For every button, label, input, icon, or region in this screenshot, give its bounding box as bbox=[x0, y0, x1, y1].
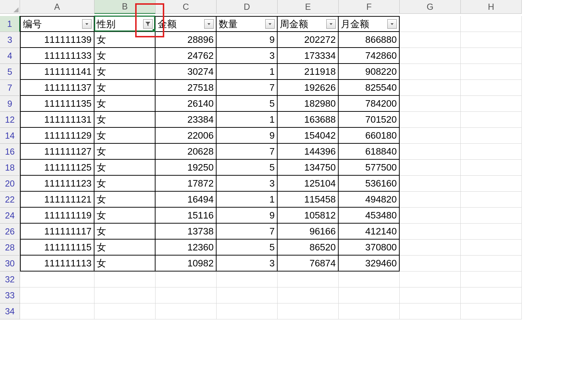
data-cell[interactable]: 86520 bbox=[278, 240, 339, 256]
data-cell[interactable]: 1 bbox=[217, 112, 278, 128]
data-cell[interactable]: 7 bbox=[217, 144, 278, 160]
data-cell[interactable]: 111111123 bbox=[20, 176, 94, 192]
data-cell[interactable]: 24762 bbox=[156, 48, 217, 64]
empty-cell[interactable] bbox=[156, 271, 217, 287]
empty-cell[interactable] bbox=[400, 64, 461, 80]
data-cell[interactable]: 女 bbox=[94, 208, 156, 224]
row-header[interactable]: 16 bbox=[0, 144, 20, 160]
data-cell[interactable]: 28896 bbox=[156, 32, 217, 48]
data-cell[interactable]: 784200 bbox=[339, 96, 400, 112]
data-cell[interactable]: 701520 bbox=[339, 112, 400, 128]
empty-cell[interactable] bbox=[461, 192, 522, 208]
empty-cell[interactable] bbox=[400, 96, 461, 112]
data-cell[interactable]: 111111129 bbox=[20, 128, 94, 144]
data-cell[interactable]: 30274 bbox=[156, 64, 217, 80]
data-cell[interactable]: 女 bbox=[94, 64, 156, 80]
row-header[interactable]: 1 bbox=[0, 16, 20, 32]
data-cell[interactable]: 111111131 bbox=[20, 112, 94, 128]
data-cell[interactable]: 5 bbox=[217, 96, 278, 112]
data-cell[interactable]: 618840 bbox=[339, 144, 400, 160]
data-cell[interactable]: 女 bbox=[94, 256, 156, 271]
empty-cell[interactable] bbox=[461, 224, 522, 240]
data-cell[interactable]: 22006 bbox=[156, 128, 217, 144]
header-cell-B[interactable]: 性别 bbox=[94, 16, 156, 32]
empty-cell[interactable] bbox=[461, 64, 522, 80]
empty-cell[interactable] bbox=[400, 144, 461, 160]
data-cell[interactable]: 女 bbox=[94, 112, 156, 128]
data-cell[interactable]: 202272 bbox=[278, 32, 339, 48]
row-header[interactable]: 20 bbox=[0, 176, 20, 192]
empty-cell[interactable] bbox=[461, 160, 522, 176]
data-cell[interactable]: 329460 bbox=[339, 256, 400, 271]
data-cell[interactable]: 742860 bbox=[339, 48, 400, 64]
data-cell[interactable]: 9 bbox=[217, 208, 278, 224]
empty-cell[interactable] bbox=[400, 128, 461, 144]
data-cell[interactable]: 182980 bbox=[278, 96, 339, 112]
data-cell[interactable]: 3 bbox=[217, 176, 278, 192]
data-cell[interactable]: 192626 bbox=[278, 80, 339, 96]
row-header[interactable]: 7 bbox=[0, 80, 20, 96]
data-cell[interactable]: 3 bbox=[217, 256, 278, 271]
data-cell[interactable]: 163688 bbox=[278, 112, 339, 128]
empty-cell[interactable] bbox=[400, 208, 461, 224]
data-cell[interactable]: 111111139 bbox=[20, 32, 94, 48]
empty-cell[interactable] bbox=[400, 303, 461, 319]
data-cell[interactable]: 女 bbox=[94, 160, 156, 176]
data-cell[interactable]: 111111125 bbox=[20, 160, 94, 176]
data-cell[interactable]: 908220 bbox=[339, 64, 400, 80]
data-cell[interactable]: 女 bbox=[94, 224, 156, 240]
data-cell[interactable]: 154042 bbox=[278, 128, 339, 144]
header-cell-D[interactable]: 数量 bbox=[217, 16, 278, 32]
data-cell[interactable]: 1 bbox=[217, 192, 278, 208]
data-cell[interactable]: 7 bbox=[217, 224, 278, 240]
row-header[interactable]: 28 bbox=[0, 240, 20, 256]
header-cell-E[interactable]: 周金额 bbox=[278, 16, 339, 32]
data-cell[interactable]: 134750 bbox=[278, 160, 339, 176]
empty-cell[interactable] bbox=[278, 287, 339, 303]
empty-cell[interactable] bbox=[461, 208, 522, 224]
empty-cell[interactable] bbox=[278, 271, 339, 287]
data-cell[interactable]: 111111141 bbox=[20, 64, 94, 80]
column-header-H[interactable]: H bbox=[461, 0, 522, 14]
empty-cell[interactable] bbox=[461, 16, 522, 32]
data-cell[interactable]: 女 bbox=[94, 128, 156, 144]
empty-cell[interactable] bbox=[20, 271, 94, 287]
row-header[interactable]: 4 bbox=[0, 48, 20, 64]
filter-dropdown-icon[interactable] bbox=[265, 19, 275, 29]
empty-cell[interactable] bbox=[400, 192, 461, 208]
data-cell[interactable]: 111111133 bbox=[20, 48, 94, 64]
empty-cell[interactable] bbox=[400, 256, 461, 271]
empty-cell[interactable] bbox=[400, 160, 461, 176]
data-cell[interactable]: 19250 bbox=[156, 160, 217, 176]
empty-cell[interactable] bbox=[461, 144, 522, 160]
row-header[interactable]: 3 bbox=[0, 32, 20, 48]
data-cell[interactable]: 370800 bbox=[339, 240, 400, 256]
row-header[interactable]: 30 bbox=[0, 256, 20, 271]
data-cell[interactable]: 111111121 bbox=[20, 192, 94, 208]
data-cell[interactable]: 女 bbox=[94, 192, 156, 208]
row-header[interactable]: 12 bbox=[0, 112, 20, 128]
empty-cell[interactable] bbox=[461, 287, 522, 303]
filter-dropdown-icon[interactable] bbox=[204, 19, 214, 29]
data-cell[interactable]: 825540 bbox=[339, 80, 400, 96]
data-cell[interactable]: 5 bbox=[217, 160, 278, 176]
data-cell[interactable]: 女 bbox=[94, 80, 156, 96]
row-header[interactable]: 9 bbox=[0, 96, 20, 112]
empty-cell[interactable] bbox=[461, 271, 522, 287]
data-cell[interactable]: 15116 bbox=[156, 208, 217, 224]
empty-cell[interactable] bbox=[461, 32, 522, 48]
data-cell[interactable]: 20628 bbox=[156, 144, 217, 160]
data-cell[interactable]: 23384 bbox=[156, 112, 217, 128]
data-cell[interactable]: 10982 bbox=[156, 256, 217, 271]
data-cell[interactable]: 125104 bbox=[278, 176, 339, 192]
data-cell[interactable]: 女 bbox=[94, 240, 156, 256]
empty-cell[interactable] bbox=[461, 256, 522, 271]
data-cell[interactable]: 9 bbox=[217, 32, 278, 48]
filter-active-icon[interactable] bbox=[143, 19, 153, 29]
data-cell[interactable]: 144396 bbox=[278, 144, 339, 160]
data-cell[interactable]: 9 bbox=[217, 128, 278, 144]
column-header-E[interactable]: E bbox=[278, 0, 339, 14]
data-cell[interactable]: 17872 bbox=[156, 176, 217, 192]
empty-cell[interactable] bbox=[94, 271, 156, 287]
data-cell[interactable]: 女 bbox=[94, 144, 156, 160]
